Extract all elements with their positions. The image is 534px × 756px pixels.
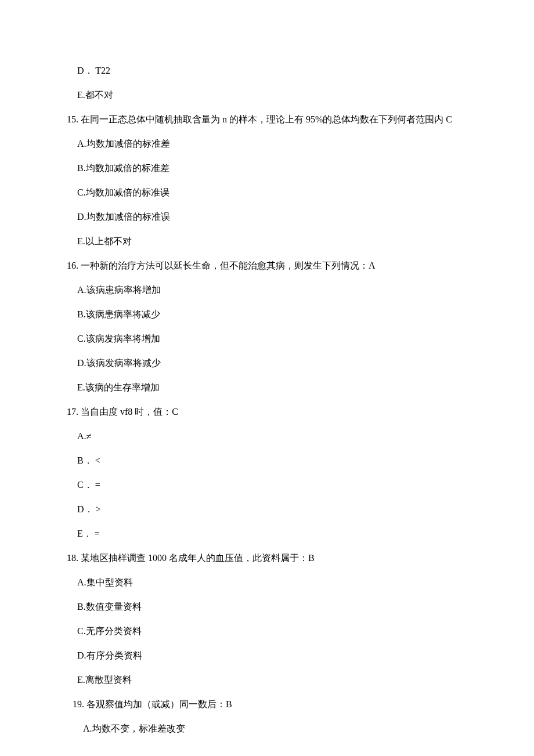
option-e: E.都不对 <box>67 88 467 102</box>
q18-option-b: B.数值变量资料 <box>67 600 467 614</box>
q16-option-e: E.该病的生存率增加 <box>67 381 467 395</box>
q15-option-c: C.均数加减倍的标准误 <box>67 186 467 200</box>
q17-option-d: D． > <box>67 502 467 516</box>
q16-option-b: B.该病患病率将减少 <box>67 308 467 321</box>
q19-option-a: A.均数不变，标准差改变 <box>67 722 467 736</box>
question-15: 15. 在同一正态总体中随机抽取含量为 n 的样本，理论上有 95%的总体均数在… <box>67 113 467 126</box>
q15-option-a: A.均数加减倍的标准差 <box>67 137 467 151</box>
document-page: D． T22 E.都不对 15. 在同一正态总体中随机抽取含量为 n 的样本，理… <box>0 0 534 756</box>
q15-option-e: E.以上都不对 <box>67 234 467 248</box>
q18-option-d: D.有序分类资料 <box>67 649 467 663</box>
question-16: 16. 一种新的治疗方法可以延长生命，但不能治愈其病，则发生下列情况：A <box>67 259 467 273</box>
question-17: 17. 当自由度 vf8 时，值：C <box>67 405 467 419</box>
q16-option-a: A.该病患病率将增加 <box>67 283 467 297</box>
q17-option-a: A.≠ <box>67 429 467 443</box>
q16-option-d: D.该病发病率将减少 <box>67 356 467 370</box>
q17-option-e: E． = <box>67 527 467 541</box>
q16-option-c: C.该病发病率将增加 <box>67 332 467 346</box>
option-d: D． T22 <box>67 64 467 78</box>
q18-option-c: C.无序分类资料 <box>67 624 467 638</box>
question-18: 18. 某地区抽样调查 1000 名成年人的血压值，此资料属于：B <box>67 551 467 565</box>
q18-option-a: A.集中型资料 <box>67 576 467 589</box>
q18-option-e: E.离散型资料 <box>67 673 467 687</box>
q17-option-c: C． = <box>67 478 467 492</box>
question-19: 19. 各观察值均加（或减）同一数后：B <box>67 697 467 711</box>
q17-option-b: B． < <box>67 454 467 468</box>
q15-option-b: B.均数加减倍的标准差 <box>67 161 467 175</box>
q15-option-d: D.均数加减倍的标准误 <box>67 210 467 224</box>
